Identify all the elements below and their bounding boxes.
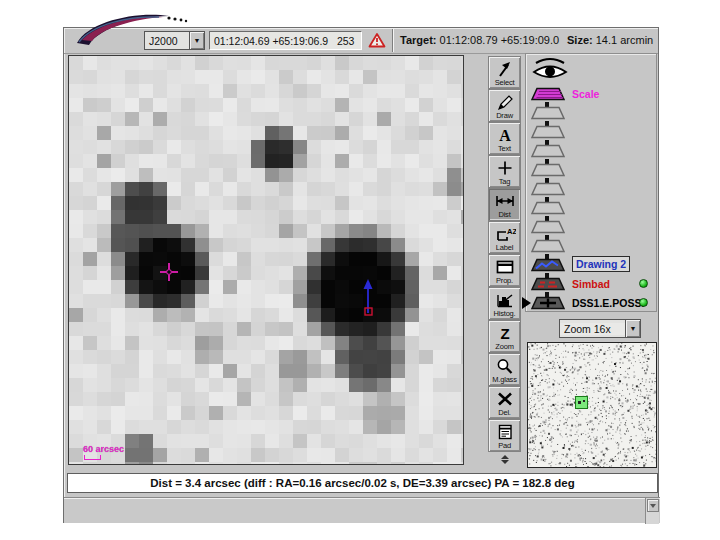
tool-label: Del.	[498, 408, 511, 417]
tool-label: Zoom	[495, 342, 513, 351]
tool-label: M.glass	[492, 375, 516, 384]
measurement-overlay	[69, 56, 463, 464]
histog-tool-button[interactable]: Histog.	[488, 287, 521, 320]
chevron-down-icon[interactable]: ▼	[625, 320, 640, 337]
arrow-up-icon	[650, 504, 656, 508]
location-bar: J2000 ▼ Target: 01:12:08.79 +65:19:09.0 …	[64, 28, 658, 54]
label-icon: AZ	[494, 224, 516, 243]
layer-row-empty[interactable]	[526, 178, 656, 197]
topbar-divider	[392, 29, 394, 52]
text-tool-button[interactable]: AText	[488, 122, 521, 155]
position-input[interactable]	[209, 31, 362, 50]
layer-row-empty[interactable]	[526, 235, 656, 254]
sky-view[interactable]: 60 arcsec	[68, 55, 464, 465]
tool-label: Select	[495, 78, 515, 87]
svg-text:Z: Z	[500, 324, 509, 341]
toolbar: SelectDrawATextTagDistAZLabelProp.Histog…	[488, 56, 521, 452]
layer-plane-icon	[526, 216, 572, 235]
tool-label: Text	[498, 144, 511, 153]
layer-row-scale[interactable]: Scale	[526, 83, 656, 102]
dist-start-crosshair	[160, 263, 178, 281]
size-value: 14.1 arcmin	[596, 34, 653, 46]
text-icon: A	[494, 125, 516, 144]
prop-tool-button[interactable]: Prop.	[488, 254, 521, 287]
delete-icon	[494, 389, 516, 408]
arrow-down-icon	[501, 460, 509, 464]
layer-row-simbad[interactable]: Simbad	[526, 273, 656, 292]
layer-status-led[interactable]	[639, 298, 648, 307]
mglass-tool-button[interactable]: M.glass	[488, 353, 521, 386]
warning-icon	[368, 32, 386, 53]
message-scrollbar[interactable]	[645, 498, 659, 524]
chevron-down-icon[interactable]: ▼	[189, 32, 204, 49]
layer-label: Scale	[572, 87, 599, 101]
scale-indicator-label: 60 arcsec	[83, 444, 124, 454]
layer-plane-icon	[526, 273, 572, 292]
layer-plane-icon	[526, 254, 572, 273]
layer-row-empty[interactable]	[526, 216, 656, 235]
magnifier-icon	[494, 356, 516, 375]
layer-row-empty[interactable]	[526, 197, 656, 216]
tag-tool-button[interactable]: Tag	[488, 155, 521, 188]
size-label: Size:	[567, 34, 593, 46]
tool-label: Pad	[498, 441, 511, 450]
layer-label: DSS1.E.POSSI	[572, 296, 644, 310]
layer-label: Simbad	[572, 277, 610, 291]
layer-plane-icon	[526, 159, 572, 178]
layer-row-dss1-e-possi[interactable]: DSS1.E.POSSI	[526, 292, 656, 311]
layer-plane-icon	[526, 102, 572, 121]
layer-row-empty[interactable]	[526, 102, 656, 121]
layer-status-led[interactable]	[639, 279, 648, 288]
target-readout: Target: 01:12:08.79 +65:19:09.0	[400, 34, 559, 46]
pad-tool-button[interactable]: Pad	[488, 419, 521, 452]
status-bar: Dist = 3.4 arcsec (diff : RA=0.16 arcsec…	[67, 473, 658, 493]
arrow-up-icon	[501, 455, 509, 459]
layer-plane-icon	[526, 292, 572, 311]
layer-plane-icon	[526, 121, 572, 140]
scale-indicator-bracket	[84, 455, 101, 460]
layer-row-empty[interactable]	[526, 159, 656, 178]
layer-plane-icon	[526, 140, 572, 159]
pencil-icon	[494, 92, 516, 111]
pad-icon	[494, 422, 516, 441]
eye-icon[interactable]	[532, 56, 568, 86]
select-tool-button[interactable]: Select	[488, 56, 521, 89]
svg-text:AZ: AZ	[507, 226, 516, 235]
histogram-icon	[494, 290, 516, 309]
target-label: Target:	[400, 34, 436, 46]
layer-row-empty[interactable]	[526, 121, 656, 140]
layer-label: Drawing 2	[572, 256, 630, 272]
zoom-select[interactable]: Zoom 16x ▼	[559, 319, 641, 338]
layer-plane-icon	[526, 178, 572, 197]
status-text: Dist = 3.4 arcsec (diff : RA=0.16 arcsec…	[150, 477, 574, 489]
dist-tool-button[interactable]: Dist	[488, 188, 521, 221]
svg-text:A: A	[499, 126, 511, 143]
target-value: 01:12:08.79 +65:19:09.0	[440, 34, 560, 46]
aladin-logo	[69, 7, 191, 49]
tag-icon	[494, 158, 516, 177]
message-strip	[64, 497, 660, 523]
tool-label: Label	[496, 243, 513, 252]
layer-row-empty[interactable]	[526, 140, 656, 159]
zoom-icon: Z	[494, 323, 516, 342]
layer-plane-icon	[526, 235, 572, 254]
overview-image[interactable]	[528, 343, 656, 467]
layer-stack: ScaleDrawing 2SimbadDSS1.E.POSSI	[526, 83, 656, 311]
del-tool-button[interactable]: Del.	[488, 386, 521, 419]
page: J2000 ▼ Target: 01:12:08.79 +65:19:09.0 …	[0, 0, 720, 540]
overview-panel[interactable]	[527, 342, 657, 468]
scroll-up-button[interactable]	[647, 499, 659, 512]
dist-icon	[494, 191, 516, 210]
zoom-tool-button[interactable]: ZZoom	[488, 320, 521, 353]
tool-label: Draw	[496, 111, 513, 120]
toolbar-resize-handle[interactable]	[488, 453, 521, 465]
draw-tool-button[interactable]: Draw	[488, 89, 521, 122]
properties-icon	[494, 257, 516, 276]
label-tool-button[interactable]: AZLabel	[488, 221, 521, 254]
current-plane-arrow-icon	[522, 297, 531, 309]
tool-label: Histog.	[494, 309, 516, 318]
size-readout: Size: 14.1 arcmin	[567, 34, 653, 46]
tool-label: Prop.	[496, 276, 513, 285]
layer-row-drawing-2[interactable]: Drawing 2	[526, 254, 656, 273]
layer-plane-icon	[526, 83, 572, 102]
